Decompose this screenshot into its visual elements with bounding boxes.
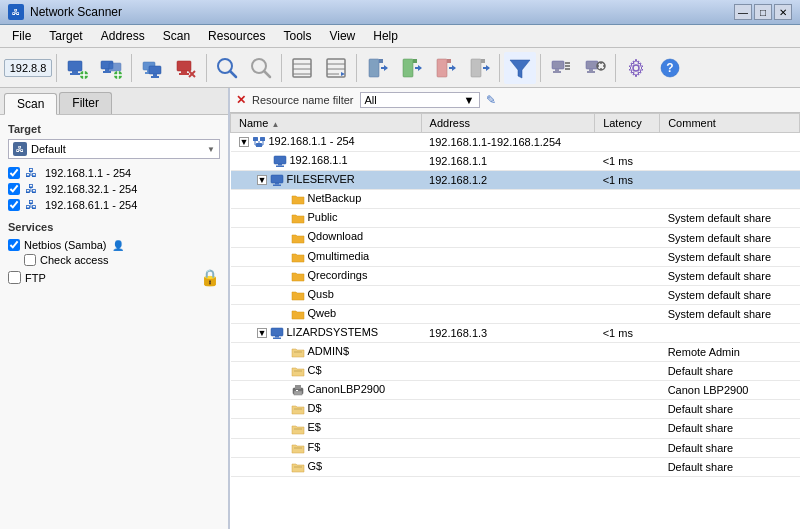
cell-latency <box>595 133 660 152</box>
find-next-button[interactable] <box>320 52 352 84</box>
row-name-text: 192.168.1.1 - 254 <box>269 135 355 147</box>
minimize-button[interactable]: — <box>734 4 752 20</box>
ftp-checkbox[interactable] <box>8 271 21 284</box>
filter-edit-button[interactable]: ✎ <box>486 93 496 107</box>
menu-file[interactable]: File <box>4 27 39 45</box>
share-icon <box>291 441 305 455</box>
menu-help[interactable]: Help <box>365 27 406 45</box>
range-item-2: 🖧 192.168.32.1 - 254 <box>8 181 220 197</box>
cell-latency <box>595 457 660 476</box>
remove-button[interactable] <box>170 52 202 84</box>
table-row[interactable]: F$ Default share <box>231 438 800 457</box>
filter-clear-button[interactable]: ✕ <box>236 93 246 107</box>
table-row[interactable]: Qdownload System default share <box>231 228 800 247</box>
menu-scan[interactable]: Scan <box>155 27 198 45</box>
target-select[interactable]: 🖧 Default ▼ <box>8 139 220 159</box>
range-checkbox-2[interactable] <box>8 183 20 195</box>
add-host-button[interactable] <box>61 52 93 84</box>
tree-toggle[interactable]: ▼ <box>257 175 267 185</box>
table-row[interactable]: 192.168.1.1 192.168.1.1 <1 ms <box>231 152 800 171</box>
maximize-button[interactable]: □ <box>754 4 772 20</box>
svg-rect-37 <box>369 59 379 77</box>
table-row[interactable]: Qrecordings System default share <box>231 266 800 285</box>
scan-options-button[interactable] <box>245 52 277 84</box>
cell-latency <box>595 209 660 228</box>
cell-address: 192.168.1.2 <box>421 171 595 190</box>
scan-button[interactable] <box>211 52 243 84</box>
scan-panel: Target 🖧 Default ▼ 🖧 192.168.1.1 - 254 <box>0 115 228 529</box>
range-checkbox-1[interactable] <box>8 167 20 179</box>
share-icon <box>291 345 305 359</box>
check-access-checkbox[interactable] <box>24 254 36 266</box>
netbios-checkbox[interactable] <box>8 239 20 251</box>
check-access-label: Check access <box>40 254 108 266</box>
menu-tools[interactable]: Tools <box>275 27 319 45</box>
tree-toggle[interactable]: ▼ <box>257 328 267 338</box>
ftp-label: FTP <box>25 272 46 284</box>
menu-address[interactable]: Address <box>93 27 153 45</box>
range-checkbox-3[interactable] <box>8 199 20 211</box>
table-body: ▼192.168.1.1 - 254 192.168.1.1-192.168.1… <box>231 133 800 477</box>
copy-button[interactable] <box>136 52 168 84</box>
col-address[interactable]: Address <box>421 114 595 133</box>
find-button[interactable] <box>286 52 318 84</box>
table-row[interactable]: Qweb System default share <box>231 304 800 323</box>
titlebar: 🖧 Network Scanner — □ ✕ <box>0 0 800 25</box>
tab-filter[interactable]: Filter <box>59 92 112 114</box>
table-row[interactable]: Qmultimedia System default share <box>231 247 800 266</box>
services-section-label: Services <box>8 221 220 233</box>
config2-button[interactable] <box>579 52 611 84</box>
config1-button[interactable] <box>545 52 577 84</box>
svg-rect-84 <box>276 166 284 168</box>
close-button[interactable]: ✕ <box>774 4 792 20</box>
target-dropdown[interactable]: 🖧 Default ▼ <box>8 139 220 159</box>
cell-comment <box>660 171 800 190</box>
add-range-button[interactable] <box>95 52 127 84</box>
help-button[interactable]: ? <box>654 52 686 84</box>
col-latency[interactable]: Latency <box>595 114 660 133</box>
export3-button[interactable] <box>429 52 461 84</box>
table-row[interactable]: ▼LIZARDSYSTEMS 192.168.1.3 <1 ms <box>231 323 800 342</box>
window-controls[interactable]: — □ ✕ <box>734 4 792 20</box>
table-row[interactable]: ▼192.168.1.1 - 254 192.168.1.1-192.168.1… <box>231 133 800 152</box>
cell-comment <box>660 152 800 171</box>
table-row[interactable]: C$ Default share <box>231 362 800 381</box>
col-name[interactable]: Name ▲ <box>231 114 422 133</box>
cell-address <box>421 228 595 247</box>
export2-button[interactable] <box>395 52 427 84</box>
results-table[interactable]: Name ▲ Address Latency Comment ▼192.168.… <box>230 113 800 529</box>
toolbar-sep-2 <box>131 54 132 82</box>
table-row[interactable]: E$ Default share <box>231 419 800 438</box>
tab-scan[interactable]: Scan <box>4 93 57 115</box>
menu-target[interactable]: Target <box>41 27 90 45</box>
export4-button[interactable] <box>463 52 495 84</box>
table-row[interactable]: D$ Default share <box>231 400 800 419</box>
cell-latency <box>595 228 660 247</box>
table-row[interactable]: G$ Default share <box>231 457 800 476</box>
cell-name: 192.168.1.1 <box>231 152 422 171</box>
export1-button[interactable] <box>361 52 393 84</box>
filter-dropdown[interactable]: All ▼ <box>360 92 480 108</box>
table-row[interactable]: ADMIN$ Remote Admin <box>231 343 800 362</box>
svg-rect-65 <box>589 69 593 71</box>
filter-button[interactable] <box>504 52 536 84</box>
share-icon <box>291 364 305 378</box>
table-row[interactable]: CanonLBP2900 Canon LBP2900 <box>231 381 800 400</box>
svg-rect-18 <box>151 76 159 78</box>
cell-address <box>421 304 595 323</box>
svg-rect-17 <box>153 74 157 76</box>
table-row[interactable]: NetBackup <box>231 190 800 209</box>
cell-address: 192.168.1.1-192.168.1.254 <box>421 133 595 152</box>
settings-button[interactable] <box>620 52 652 84</box>
table-row[interactable]: Public System default share <box>231 209 800 228</box>
menu-view[interactable]: View <box>321 27 363 45</box>
cell-address <box>421 266 595 285</box>
svg-rect-49 <box>447 59 451 63</box>
svg-rect-96 <box>296 390 298 391</box>
col-comment[interactable]: Comment <box>660 114 800 133</box>
table-row[interactable]: ▼FILESERVER 192.168.1.2 <1 ms <box>231 171 800 190</box>
table-row[interactable]: Qusb System default share <box>231 285 800 304</box>
tree-toggle[interactable]: ▼ <box>239 137 249 147</box>
svg-line-25 <box>230 71 236 77</box>
menu-resources[interactable]: Resources <box>200 27 273 45</box>
